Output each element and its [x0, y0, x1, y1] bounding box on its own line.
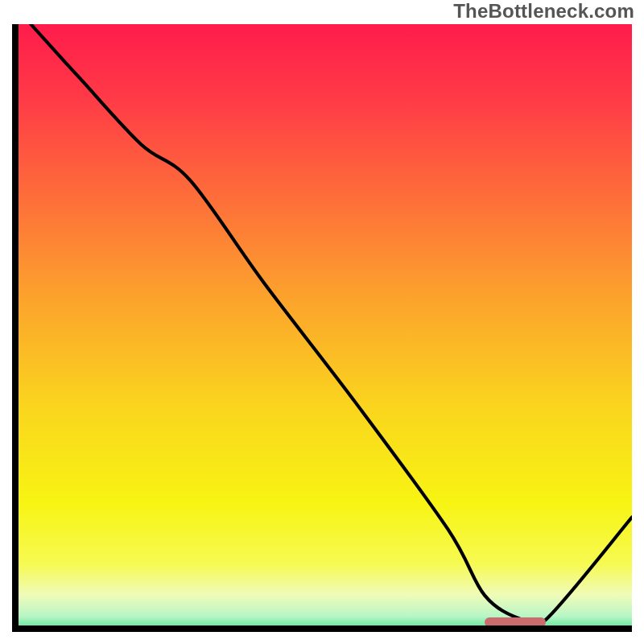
chart-root: TheBottleneck.com — [0, 0, 644, 644]
background-gradient — [19, 24, 632, 632]
svg-rect-0 — [19, 24, 632, 632]
plot-area — [12, 24, 632, 632]
bottleneck-marker — [485, 617, 546, 627]
watermark-text: TheBottleneck.com — [453, 0, 634, 23]
